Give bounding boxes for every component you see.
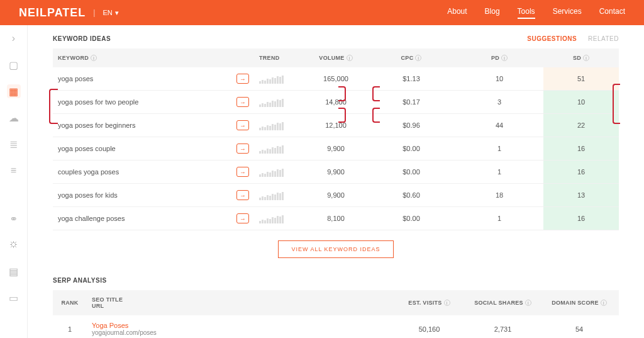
kw-cell: yoga poses for kids→	[53, 184, 254, 207]
sd-cell: 10	[543, 91, 619, 114]
serp-table: RANK SEO TITLEURL EST. VISITSi SOCIAL SH…	[53, 290, 619, 338]
volume-cell: 8,100	[304, 207, 367, 230]
sd-cell: 16	[543, 137, 619, 161]
table-row: yoga poses for kids→9,900$0.601813	[53, 184, 619, 207]
col-trend: TREND	[259, 55, 280, 61]
pd-cell: 44	[455, 114, 543, 137]
sidebar: › ▢ ▦ ☁ ≣ ≡ ⚭ ⛭ ▤ ▭	[0, 25, 28, 338]
nav-about[interactable]: About	[447, 7, 467, 19]
cpc-cell: $0.00	[367, 161, 455, 184]
kw-tbody: yoga poses→165,000$1.131051yoga poses fo…	[53, 67, 619, 230]
expand-button[interactable]: →	[236, 213, 249, 223]
trend-cell	[254, 114, 304, 137]
pd-cell: 3	[455, 91, 543, 114]
trend-sparkline	[259, 120, 299, 130]
chevron-down-icon: ▾	[115, 9, 119, 17]
dashboard-icon[interactable]: ▢	[7, 58, 21, 72]
table-row: yoga poses for two people→14,800$0.17310	[53, 91, 619, 114]
expand-button[interactable]: →	[236, 144, 249, 154]
expand-button[interactable]: →	[236, 97, 249, 107]
col-volume: VOLUME	[319, 55, 344, 61]
info-icon[interactable]: i	[444, 300, 450, 306]
kw-cell: yoga challenge poses→	[53, 207, 254, 230]
volume-cell: 9,900	[304, 184, 367, 207]
table-row: yoga poses for beginners→12,100$0.964422	[53, 114, 619, 137]
nav-tools[interactable]: Tools	[518, 7, 535, 19]
tab-related[interactable]: RELATED	[588, 35, 619, 42]
main-content: KEYWORD IDEAS SUGGESTIONSRELATED KEYWORD…	[28, 25, 644, 338]
cpc-cell: $0.60	[367, 184, 455, 207]
users-icon[interactable]: ⚭	[7, 211, 21, 225]
keyword-ideas-title: KEYWORD IDEAS	[53, 35, 111, 42]
trend-sparkline	[259, 144, 299, 154]
nav-contact[interactable]: Contact	[599, 7, 625, 19]
info-icon[interactable]: i	[501, 55, 508, 61]
sd-cell: 51	[543, 67, 619, 91]
kw-cell: yoga poses→	[53, 67, 254, 91]
serp-header-row: RANK SEO TITLEURL EST. VISITSi SOCIAL SH…	[53, 290, 619, 315]
card-icon[interactable]: ▭	[7, 291, 21, 305]
col-shares: SOCIAL SHARES	[474, 300, 523, 306]
brand-separator: |	[93, 8, 95, 17]
kw-cell: yoga poses couple→	[53, 137, 254, 161]
expand-button[interactable]: →	[236, 74, 249, 84]
table-row: yoga poses couple→9,900$0.00116	[53, 137, 619, 161]
traffic-icon[interactable]: ☁	[7, 111, 21, 125]
kw-cell: yoga poses for two people→	[53, 91, 254, 114]
cpc-cell: $0.96	[367, 114, 455, 137]
collapse-icon[interactable]: ›	[7, 31, 21, 45]
serp-tbody: 1Yoga Posesyogajournal.com/poses50,1602,…	[53, 315, 619, 338]
volume-cell: 12,100	[304, 114, 367, 137]
table-row: couples yoga poses→9,900$0.00116	[53, 161, 619, 184]
expand-button[interactable]: →	[236, 120, 249, 130]
site-audit-icon[interactable]: ≣	[7, 137, 21, 151]
title-url-cell[interactable]: Yoga Posesyogajournal.com/poses	[87, 315, 392, 338]
nav-services[interactable]: Services	[553, 7, 582, 19]
kw-header-row: KEYWORDi TREND VOLUMEi CPCi PDi SDi	[53, 48, 619, 67]
info-icon[interactable]: i	[91, 55, 97, 61]
serp-result-title[interactable]: Yoga Poses	[92, 322, 387, 329]
brand-logo: NEILPATEL	[19, 6, 86, 20]
cpc-cell: $1.13	[367, 67, 455, 91]
sd-cell: 13	[543, 184, 619, 207]
tab-suggestions[interactable]: SUGGESTIONS	[527, 35, 577, 42]
expand-button[interactable]: →	[236, 167, 249, 177]
col-sd: SD	[573, 55, 581, 61]
col-rank: RANK	[61, 300, 78, 306]
trend-sparkline	[259, 74, 299, 84]
serp-analysis-title: SERP ANALYSIS	[53, 277, 107, 284]
grid-icon[interactable]: ▤	[7, 264, 21, 278]
volume-cell: 165,000	[304, 67, 367, 91]
keywords-icon[interactable]: ▦	[7, 84, 21, 98]
trend-sparkline	[259, 167, 299, 177]
table-row: 1Yoga Posesyogajournal.com/poses50,1602,…	[53, 315, 619, 338]
expand-button[interactable]: →	[236, 190, 249, 200]
info-icon[interactable]: i	[601, 300, 607, 306]
visits-cell: 50,160	[392, 315, 466, 338]
col-keyword: KEYWORD	[58, 55, 89, 61]
settings-icon[interactable]: ⛭	[7, 238, 21, 252]
table-row: yoga poses→165,000$1.131051	[53, 67, 619, 91]
trend-cell	[254, 207, 304, 230]
info-icon[interactable]: i	[347, 55, 353, 61]
trend-sparkline	[259, 190, 299, 200]
sd-cell: 22	[543, 114, 619, 137]
volume-cell: 9,900	[304, 137, 367, 161]
trend-cell	[254, 67, 304, 91]
volume-cell: 14,800	[304, 91, 367, 114]
nav-blog[interactable]: Blog	[485, 7, 500, 19]
list-icon[interactable]: ≡	[7, 164, 21, 177]
kw-cell: yoga poses for beginners→	[53, 114, 254, 137]
rank-cell: 1	[53, 315, 87, 338]
topbar: NEILPATEL | EN ▾ AboutBlogToolsServicesC…	[0, 0, 644, 25]
info-icon[interactable]: i	[525, 300, 531, 306]
pd-cell: 10	[455, 67, 543, 91]
info-icon[interactable]: i	[583, 55, 589, 61]
cpc-cell: $0.17	[367, 91, 455, 114]
language-selector[interactable]: EN ▾	[103, 9, 118, 17]
info-icon[interactable]: i	[415, 55, 421, 61]
view-all-keywords-button[interactable]: VIEW ALL KEYWORD IDEAS	[278, 240, 393, 258]
col-score: DOMAIN SCORE	[552, 300, 599, 306]
cpc-cell: $0.00	[367, 137, 455, 161]
cpc-cell: $0.00	[367, 207, 455, 230]
